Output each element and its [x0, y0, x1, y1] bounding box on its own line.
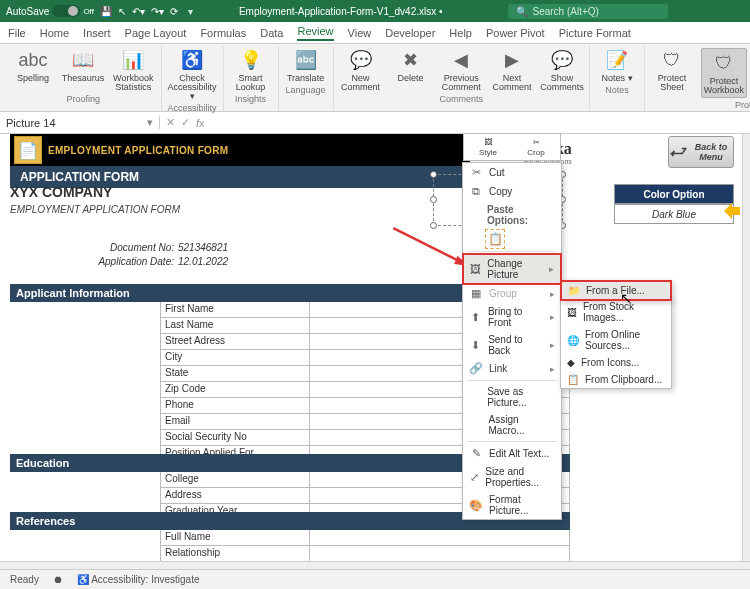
ribbon-workbook-statistics-button[interactable]: 📊Workbook Statistics [112, 48, 155, 92]
show-comments-icon: 💬 [550, 48, 574, 72]
autosave[interactable]: AutoSave Off [6, 5, 94, 17]
ribbon-protect-sheet-button[interactable]: 🛡Protect Sheet [651, 48, 693, 92]
delete-icon: ✖ [399, 48, 423, 72]
tab-developer[interactable]: Developer [385, 27, 435, 39]
ribbon-next-comment-button[interactable]: ▶Next Comment [491, 48, 533, 92]
submenu-from-online[interactable]: 🌐From Online Sources... [561, 326, 671, 354]
ribbon-notes--button[interactable]: 📝Notes ▾ [596, 48, 638, 83]
change-picture-submenu-hl: 📁From a File... [560, 280, 672, 301]
ribbon-group-protect: 🛡Protect Sheet🛡Protect Workbook✎Allow Ed… [645, 46, 750, 111]
tab-help[interactable]: Help [449, 27, 472, 39]
status-accessibility[interactable]: ♿ Accessibility: Investigate [77, 574, 200, 585]
tab-home[interactable]: Home [40, 27, 69, 39]
tab-file[interactable]: File [8, 27, 26, 39]
thesaurus-icon: 📖 [71, 48, 95, 72]
ribbon-check-accessibility--button[interactable]: ♿Check Accessibility ▾ [168, 48, 217, 101]
fx-icon[interactable]: fx [196, 117, 205, 129]
mini-crop-button[interactable]: ✂Crop [512, 134, 560, 160]
submenu-from-file[interactable]: 📁From a File... [562, 282, 670, 299]
protect-workbook-icon: 🛡 [712, 51, 736, 75]
group-label: Protect [735, 100, 750, 110]
mini-style-button[interactable]: 🖼Style [464, 134, 512, 160]
back-arrow-icon: ⮐ [669, 143, 685, 161]
alt-text-icon: ✎ [469, 447, 483, 460]
ribbon-group-language: 🔤TranslateLanguage [279, 46, 334, 111]
group-icon: ▦ [469, 287, 483, 300]
group-label: Proofing [67, 94, 101, 104]
field-input[interactable] [310, 546, 570, 561]
tab-formulas[interactable]: Formulas [200, 27, 246, 39]
search-box[interactable]: 🔍 Search (Alt+Q) [508, 4, 668, 19]
status-ready: Ready [10, 574, 39, 585]
group-label: Notes [605, 85, 629, 95]
status-bar: Ready ⏺ ♿ Accessibility: Investigate [0, 569, 750, 589]
search-icon: 🔍 [516, 6, 528, 17]
group-label: Accessibility [168, 103, 217, 113]
ctx-format-picture[interactable]: 🎨Format Picture... [463, 491, 561, 519]
search-placeholder: Search (Alt+Q) [532, 6, 598, 17]
tab-data[interactable]: Data [260, 27, 283, 39]
horizontal-scrollbar[interactable] [0, 561, 750, 569]
ctx-link[interactable]: 🔗Link▸ [463, 359, 561, 378]
tab-review[interactable]: Review [297, 25, 333, 41]
ribbon-new-comment-button[interactable]: 💬New Comment [340, 48, 382, 92]
ctx-bring-front[interactable]: ⬆Bring to Front▸ [463, 303, 561, 331]
submenu-from-clipboard[interactable]: 📋From Clipboard... [561, 371, 671, 388]
qat-undo-icon[interactable]: ↶▾ [132, 6, 145, 17]
ctx-save-as-picture[interactable]: Save as Picture... [463, 383, 561, 411]
tab-picture-format[interactable]: Picture Format [559, 27, 631, 39]
back-to-menu-button[interactable]: ⮐ Back to Menu [668, 136, 734, 168]
name-box-dropdown-icon[interactable]: ▾ [147, 116, 153, 129]
ribbon-smart-lookup-button[interactable]: 💡Smart Lookup [230, 48, 272, 92]
mouse-cursor-icon: ↖ [620, 290, 632, 306]
ribbon-delete-button[interactable]: ✖Delete [390, 48, 432, 83]
name-box[interactable]: Picture 14 ▾ [0, 116, 160, 129]
tab-page-layout[interactable]: Page Layout [125, 27, 187, 39]
group-label: Comments [440, 94, 484, 104]
field-label: College [160, 472, 310, 488]
qat-refresh-icon[interactable]: ⟳ [170, 6, 178, 17]
ctx-send-back[interactable]: ⬇Send to Back▸ [463, 331, 561, 359]
ctx-group[interactable]: ▦Group▸ [463, 284, 561, 303]
ribbon-show-comments-button[interactable]: 💬Show Comments [541, 48, 583, 92]
ctx-cut[interactable]: ✂Cut [463, 163, 561, 182]
cancel-icon[interactable]: ✕ [166, 116, 175, 129]
autosave-toggle[interactable] [52, 5, 80, 17]
submenu-from-icons[interactable]: ◆From Icons... [561, 354, 671, 371]
qat-cursor-icon[interactable]: ↖ [118, 6, 126, 17]
field-label: Email [160, 414, 310, 430]
ctx-paste-label: Paste Options: [463, 201, 561, 227]
ctx-paste-option[interactable]: 📋 [485, 229, 505, 249]
ctx-alt-text[interactable]: ✎Edit Alt Text... [463, 444, 561, 463]
vertical-scrollbar[interactable] [742, 134, 750, 561]
field-label: Street Adress [160, 334, 310, 350]
tab-view[interactable]: View [348, 27, 372, 39]
ribbon-translate-button[interactable]: 🔤Translate [285, 48, 327, 83]
ctx-change-picture[interactable]: 🖼Change Picture▸ [462, 253, 562, 285]
ribbon-spelling-button[interactable]: abcSpelling [12, 48, 54, 83]
ribbon-thesaurus-button[interactable]: 📖Thesaurus [62, 48, 104, 83]
formula-bar: Picture 14 ▾ ✕ ✓ fx [0, 112, 750, 134]
field-label: Full Name [160, 530, 310, 546]
ribbon-group-insights: 💡Smart LookupInsights [224, 46, 279, 111]
confirm-icon[interactable]: ✓ [181, 116, 190, 129]
field-input[interactable] [310, 530, 570, 546]
submenu-from-stock[interactable]: 🖼From Stock Images... [561, 298, 671, 326]
tab-insert[interactable]: Insert [83, 27, 111, 39]
context-menu: 🖼Style ✂Crop ✂Cut ⧉Copy Paste Options: 📋… [462, 162, 562, 520]
ribbon-previous-comment-button[interactable]: ◀Previous Comment [440, 48, 484, 92]
ctx-size-props[interactable]: ⤢Size and Properties... [463, 463, 561, 491]
ribbon-group-proofing: abcSpelling📖Thesaurus📊Workbook Statistic… [6, 46, 162, 111]
ctx-assign-macro[interactable]: Assign Macro... [463, 411, 561, 439]
qat-save-icon[interactable]: 💾 [100, 6, 112, 17]
ctx-copy[interactable]: ⧉Copy [463, 182, 561, 201]
color-option-header: Color Option [614, 184, 734, 204]
icons-icon: ◆ [567, 357, 575, 368]
qat-redo-icon[interactable]: ↷▾ [151, 6, 164, 17]
ribbon-protect-workbook-button[interactable]: 🛡Protect Workbook [701, 48, 747, 98]
field-label: City [160, 350, 310, 366]
field-label: Relationship [160, 546, 310, 561]
status-recorder-icon[interactable]: ⏺ [53, 574, 63, 585]
tab-power-pivot[interactable]: Power Pivot [486, 27, 545, 39]
field-label: Address [160, 488, 310, 504]
